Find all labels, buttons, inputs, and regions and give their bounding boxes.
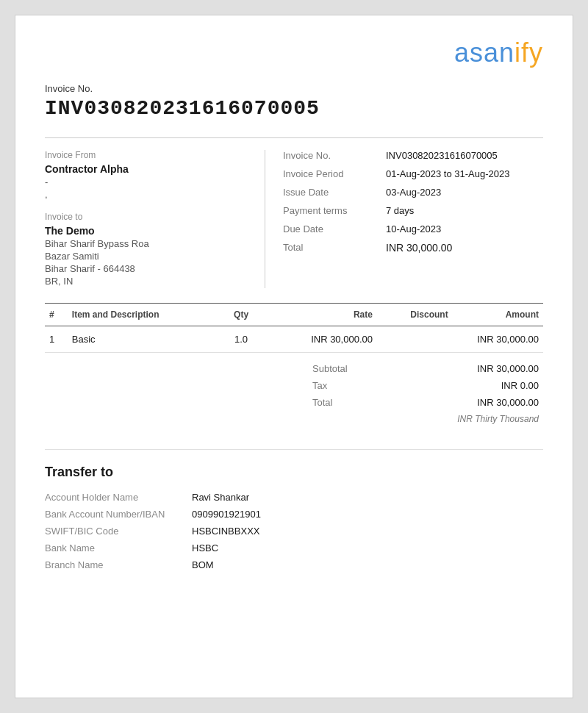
detail-due-value: 10-Aug-2023 — [386, 223, 543, 234]
invoice-no-label: Invoice No. — [45, 83, 543, 94]
detail-period-label: Invoice Period — [283, 168, 386, 179]
logo-part1: asan — [454, 37, 514, 68]
totals-section: Subtotal INR 30,000.00 Tax INR 0.00 Tota… — [45, 360, 543, 427]
words-row: INR Thirty Thousand — [308, 411, 543, 427]
col-num: # — [45, 304, 68, 326]
cell-rate: INR 30,000.00 — [264, 326, 377, 353]
info-right: Invoice No. INV030820231616070005 Invoic… — [265, 150, 543, 288]
detail-issue-value: 03-Aug-2023 — [386, 187, 543, 198]
tax-row: Tax INR 0.00 — [308, 377, 543, 394]
cell-num: 1 — [45, 326, 68, 353]
detail-total: Total INR 30,000.00 — [283, 242, 543, 254]
total-value: INR 30,000.00 — [477, 397, 539, 408]
detail-due-label: Due Date — [283, 223, 386, 234]
detail-due: Due Date 10-Aug-2023 — [283, 223, 543, 234]
invoice-number-large: INV030820231616070005 — [45, 97, 543, 120]
bank-detail-row: Bank Name HSBC — [45, 542, 543, 553]
cell-qty: 1.0 — [218, 326, 264, 353]
cell-discount — [377, 326, 453, 353]
bank-detail-value: HSBC — [192, 542, 218, 553]
from-label: Invoice From — [45, 150, 247, 160]
to-name: The Demo — [45, 225, 247, 237]
detail-period: Invoice Period 01-Aug-2023 to 31-Aug-202… — [283, 168, 543, 179]
detail-invoice-no-label: Invoice No. — [283, 150, 386, 161]
bank-detail-value: HSBCINBBXXX — [192, 526, 259, 537]
bank-detail-value: BOM — [192, 559, 214, 570]
cell-item: Basic — [68, 326, 218, 353]
to-address2: Bazar Samiti — [45, 251, 247, 262]
bank-detail-label: Branch Name — [45, 559, 192, 570]
detail-invoice-no-value: INV030820231616070005 — [386, 150, 543, 161]
total-words: INR Thirty Thousand — [457, 414, 539, 424]
detail-total-value: INR 30,000.00 — [386, 242, 543, 254]
detail-payment-value: 7 days — [386, 205, 543, 216]
items-table: # Item and Description Qty Rate Discount… — [45, 303, 543, 353]
info-left: Invoice From Contractor Alpha - , Invoic… — [45, 150, 265, 288]
bank-detail-row: SWIFT/BIC Code HSBCINBBXXX — [45, 526, 543, 537]
to-address4: BR, IN — [45, 276, 247, 287]
to-address3: Bihar Sharif - 664438 — [45, 263, 247, 274]
table-row: 1 Basic 1.0 INR 30,000.00 INR 30,000.00 — [45, 326, 543, 353]
col-rate: Rate — [264, 304, 377, 326]
logo-area: asanify — [45, 37, 543, 68]
col-qty: Qty — [218, 304, 264, 326]
logo-part2: ify — [514, 37, 543, 68]
detail-period-value: 01-Aug-2023 to 31-Aug-2023 — [386, 168, 543, 179]
detail-payment: Payment terms 7 days — [283, 205, 543, 216]
col-discount: Discount — [377, 304, 453, 326]
subtotal-label: Subtotal — [312, 363, 348, 374]
detail-issue: Issue Date 03-Aug-2023 — [283, 187, 543, 198]
bank-detail-row: Account Holder Name Ravi Shankar — [45, 492, 543, 503]
transfer-title: Transfer to — [45, 465, 543, 480]
bank-detail-value: 0909901921901 — [192, 509, 261, 520]
tax-value: INR 0.00 — [501, 380, 539, 391]
from-line2: , — [45, 189, 247, 200]
tax-label: Tax — [312, 380, 327, 391]
from-line1: - — [45, 176, 247, 187]
subtotal-row: Subtotal INR 30,000.00 — [308, 360, 543, 377]
total-label: Total — [312, 397, 332, 408]
cell-amount: INR 30,000.00 — [453, 326, 543, 353]
col-amount: Amount — [453, 304, 543, 326]
detail-issue-label: Issue Date — [283, 187, 386, 198]
detail-total-label: Total — [283, 242, 386, 253]
bank-detail-row: Bank Account Number/IBAN 0909901921901 — [45, 509, 543, 520]
subtotal-value: INR 30,000.00 — [477, 363, 539, 374]
total-row: Total INR 30,000.00 — [308, 394, 543, 411]
invoice-document: asanify Invoice No. INV03082023161607000… — [15, 15, 573, 698]
to-address1: Bihar Sharif Bypass Roa — [45, 238, 247, 249]
bank-detail-value: Ravi Shankar — [192, 492, 249, 503]
table-header-row: # Item and Description Qty Rate Discount… — [45, 304, 543, 326]
bank-detail-label: Bank Account Number/IBAN — [45, 509, 192, 520]
bank-detail-label: SWIFT/BIC Code — [45, 526, 192, 537]
detail-payment-label: Payment terms — [283, 205, 386, 216]
info-section: Invoice From Contractor Alpha - , Invoic… — [45, 137, 543, 288]
bank-details: Account Holder Name Ravi Shankar Bank Ac… — [45, 492, 543, 570]
col-item: Item and Description — [68, 304, 218, 326]
bank-detail-label: Account Holder Name — [45, 492, 192, 503]
transfer-section: Transfer to Account Holder Name Ravi Sha… — [45, 449, 543, 570]
from-name: Contractor Alpha — [45, 163, 247, 175]
logo: asanify — [454, 37, 543, 68]
to-label: Invoice to — [45, 212, 247, 222]
detail-invoice-no: Invoice No. INV030820231616070005 — [283, 150, 543, 161]
totals-table: Subtotal INR 30,000.00 Tax INR 0.00 Tota… — [308, 360, 543, 427]
bank-detail-label: Bank Name — [45, 542, 192, 553]
bank-detail-row: Branch Name BOM — [45, 559, 543, 570]
